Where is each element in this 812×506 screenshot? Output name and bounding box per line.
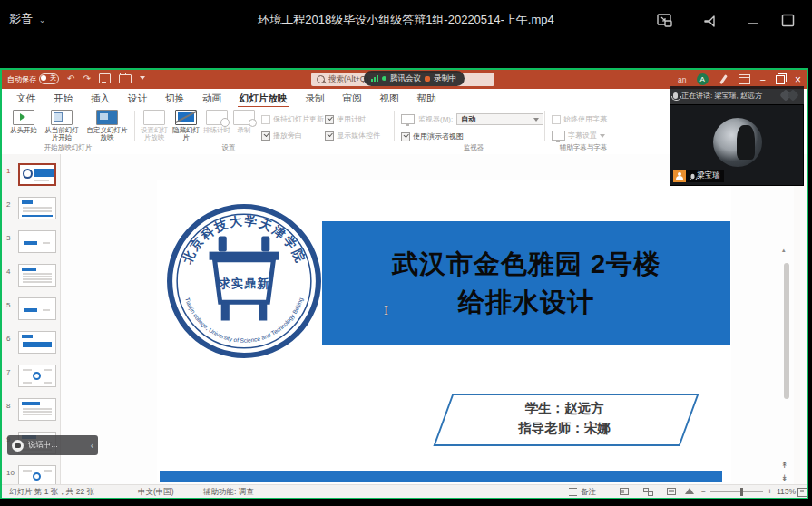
zoom-slider[interactable] bbox=[710, 491, 763, 492]
user-name: an bbox=[678, 75, 686, 84]
next-slide-button[interactable]: ↡ bbox=[781, 473, 788, 482]
floating-toast[interactable]: 说话中... ‹ bbox=[7, 435, 98, 455]
quick-access-toolbar: ↶ ↷ bbox=[67, 73, 145, 83]
presenter-view-checkbox[interactable]: 使用演示者视图 bbox=[401, 131, 464, 141]
screen-share-frame: 自动保存 关 ↶ ↷ 搜索(Alt+Q) 腾讯会议 录制中 答辩 an A bbox=[0, 68, 808, 499]
slide-thumbnail-2[interactable] bbox=[18, 197, 56, 219]
hide-slide-button[interactable]: 隐藏幻灯片 bbox=[171, 110, 201, 141]
slide-thumbnail-6[interactable] bbox=[18, 331, 56, 354]
autosave-toggle[interactable]: 自动保存 关 bbox=[7, 73, 59, 84]
scrollbar-thumb[interactable] bbox=[784, 263, 789, 399]
ribbon-display-icon[interactable] bbox=[739, 74, 750, 84]
zoom-out-button[interactable]: − bbox=[701, 487, 706, 496]
tab-animations[interactable]: 动画 bbox=[193, 89, 230, 108]
vertical-scrollbar[interactable]: ▴ ↟ ↡ bbox=[781, 154, 792, 484]
participant-avatar bbox=[713, 118, 762, 167]
ppt-minimize-button[interactable]: − bbox=[760, 75, 766, 84]
notes-button[interactable]: 备注 bbox=[581, 487, 596, 498]
slide-thumbnail-10[interactable] bbox=[18, 465, 56, 484]
ppt-restore-button[interactable] bbox=[776, 75, 785, 84]
user-avatar[interactable]: A bbox=[697, 73, 709, 85]
slide-bottom-bar bbox=[160, 471, 722, 482]
setup-slideshow-button[interactable]: 设置幻灯片放映 bbox=[138, 110, 171, 141]
use-timings-checkbox[interactable]: 使用计时 bbox=[325, 114, 366, 124]
tab-slideshow[interactable]: 幻灯片放映 bbox=[230, 89, 297, 108]
custom-show-icon bbox=[96, 110, 118, 125]
student-info-text: 学生：赵远方 指导老师：宋娜 bbox=[429, 398, 699, 439]
custom-slideshow-button[interactable]: 自定义幻灯片放映 bbox=[85, 110, 129, 141]
autosave-switch-icon: 关 bbox=[39, 73, 59, 84]
always-use-subtitles-checkbox[interactable]: 始终使用字幕 bbox=[552, 114, 607, 124]
redo-icon[interactable]: ↷ bbox=[83, 73, 90, 83]
chevron-down-icon bbox=[600, 134, 605, 138]
slide-title-line2: 给排水设计 bbox=[458, 283, 594, 321]
language-indicator[interactable]: 中文(中国) bbox=[138, 487, 174, 498]
slide-sorter-view-button[interactable] bbox=[643, 488, 652, 495]
normal-view-button[interactable] bbox=[620, 488, 629, 495]
reading-view-button[interactable] bbox=[667, 488, 676, 495]
record-button[interactable]: 录制 bbox=[230, 110, 258, 134]
accessibility-status[interactable]: 辅助功能: 调查 bbox=[203, 487, 254, 498]
slide-thumbnail-1[interactable] bbox=[18, 163, 56, 186]
from-beginning-button[interactable]: 从头开始 bbox=[4, 110, 44, 134]
notes-icon bbox=[569, 488, 577, 496]
toast-text: 说话中... bbox=[28, 440, 58, 451]
mini-player-button[interactable] bbox=[655, 11, 675, 31]
tab-record[interactable]: 录制 bbox=[297, 89, 334, 108]
slide-canvas[interactable]: 北京科技大学天津学院 Tianjin college, University o… bbox=[61, 154, 794, 484]
slide-thumbnail-3[interactable] bbox=[18, 230, 56, 253]
group-label-captions: 辅助字幕与字幕 bbox=[543, 143, 624, 152]
play-narrations-checkbox[interactable]: 播放旁白 bbox=[261, 131, 302, 141]
monitor-dropdown[interactable]: 自动 bbox=[456, 113, 543, 125]
slide-thumbnail-4[interactable] bbox=[18, 264, 56, 287]
search-placeholder: 搜索(Alt+Q) bbox=[328, 74, 368, 85]
slide-thumbnail-5[interactable] bbox=[18, 297, 56, 320]
slide-number: 7 bbox=[6, 368, 15, 376]
previous-slide-button[interactable]: ↟ bbox=[781, 461, 788, 470]
maximize-window-button[interactable] bbox=[778, 11, 798, 31]
slide-title-box[interactable]: 武汉市金色雅园 2号楼 给排水设计 bbox=[322, 221, 730, 345]
zoom-slider-thumb[interactable] bbox=[740, 488, 743, 496]
tab-home[interactable]: 开始 bbox=[44, 89, 82, 108]
open-folder-icon[interactable] bbox=[119, 74, 132, 83]
from-current-slide-button[interactable]: 从当前幻灯片开始 bbox=[42, 110, 82, 141]
setup-show-icon bbox=[143, 110, 165, 125]
save-icon[interactable] bbox=[99, 73, 111, 83]
slide-title-line1: 武汉市金色雅园 2号楼 bbox=[392, 245, 660, 283]
slideshow-view-button[interactable] bbox=[685, 488, 694, 494]
zoom-in-button[interactable]: + bbox=[768, 487, 772, 496]
pin-on-top-button[interactable] bbox=[700, 11, 720, 31]
chevron-left-icon[interactable]: ‹ bbox=[91, 441, 93, 451]
tab-insert[interactable]: 插入 bbox=[82, 89, 119, 108]
meeting-overlay[interactable]: 正在讲话: 梁宝瑞, 赵远方 梁宝瑞 bbox=[670, 86, 804, 186]
tab-view[interactable]: 视图 bbox=[371, 89, 408, 108]
slide-number: 3 bbox=[6, 234, 15, 242]
checkbox-icon bbox=[261, 115, 270, 124]
subtitle-settings-button[interactable]: 字幕设置 bbox=[552, 131, 605, 141]
scroll-up-icon[interactable]: ▴ bbox=[782, 247, 786, 254]
tab-file[interactable]: 文件 bbox=[7, 89, 44, 108]
ppt-close-button[interactable]: × bbox=[795, 73, 801, 86]
customize-toolbar-icon[interactable] bbox=[140, 76, 145, 80]
monitor-select[interactable]: 监视器(M): 自动 bbox=[401, 113, 543, 125]
undo-icon[interactable]: ↶ bbox=[67, 73, 74, 83]
subtitle-settings-icon bbox=[552, 131, 565, 141]
minimize-window-button[interactable] bbox=[744, 9, 764, 29]
slide-thumbnail-8[interactable] bbox=[18, 398, 56, 421]
slide-1[interactable]: 北京科技大学天津学院 Tianjin college, University o… bbox=[157, 180, 731, 482]
participant-video-tile[interactable]: 梁宝瑞 bbox=[670, 104, 804, 186]
tab-help[interactable]: 帮助 bbox=[408, 89, 445, 108]
fit-to-window-button[interactable] bbox=[797, 488, 807, 497]
tab-design[interactable]: 设计 bbox=[119, 89, 156, 108]
rehearse-timings-button[interactable]: 排练计时 bbox=[201, 110, 232, 134]
tab-transitions[interactable]: 切换 bbox=[156, 89, 193, 108]
ppt-statusbar: 幻灯片 第 1 张，共 22 张 中文(中国) 辅助功能: 调查 备注 − + … bbox=[2, 484, 807, 498]
ink-pen-icon[interactable] bbox=[719, 74, 729, 84]
show-media-controls-checkbox[interactable]: 显示媒体控件 bbox=[325, 131, 380, 141]
zoom-level[interactable]: 113% bbox=[777, 487, 796, 496]
chevron-down-icon bbox=[533, 118, 539, 122]
slide-thumbnail-7[interactable] bbox=[18, 365, 56, 387]
keep-slides-updated-checkbox[interactable]: 保持幻灯片更新 bbox=[261, 114, 324, 124]
meeting-status-badge[interactable]: 腾讯会议 录制中 bbox=[364, 71, 465, 86]
tab-review[interactable]: 审阅 bbox=[334, 89, 371, 108]
